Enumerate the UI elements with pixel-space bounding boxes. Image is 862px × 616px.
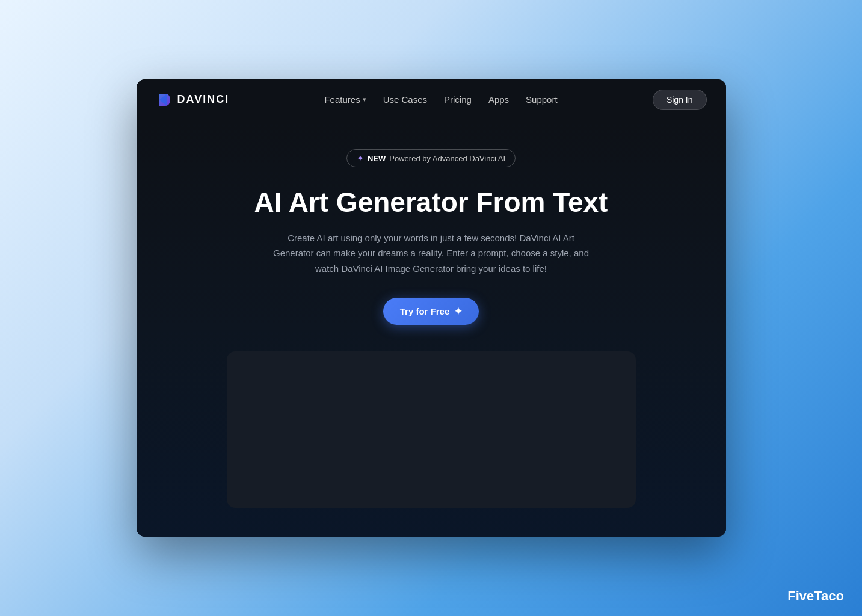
badge-new-label: NEW bbox=[368, 154, 386, 163]
nav-features[interactable]: Features ▾ bbox=[324, 94, 366, 105]
nav-links: Features ▾ Use Cases Pricing Apps Suppor… bbox=[324, 94, 557, 105]
logo-icon bbox=[156, 91, 173, 108]
logo-text: DAVINCI bbox=[177, 93, 230, 106]
chevron-down-icon: ▾ bbox=[363, 96, 366, 103]
logo-area[interactable]: DAVINCI bbox=[156, 91, 230, 108]
badge-description: Powered by Advanced DaVinci AI bbox=[389, 154, 505, 163]
cta-button[interactable]: Try for Free ✦ bbox=[383, 298, 479, 325]
nav-pricing[interactable]: Pricing bbox=[444, 94, 472, 105]
browser-window: DAVINCI Features ▾ Use Cases Pricing App… bbox=[137, 79, 726, 537]
nav-apps[interactable]: Apps bbox=[488, 94, 509, 105]
sparkle-icon: ✦ bbox=[357, 153, 364, 163]
hero-heading: AI Art Generator From Text bbox=[254, 186, 608, 218]
navbar: DAVINCI Features ▾ Use Cases Pricing App… bbox=[137, 79, 726, 120]
cta-sparkle-icon: ✦ bbox=[454, 306, 462, 317]
hero-subtext: Create AI art using only your words in j… bbox=[269, 230, 594, 277]
new-badge: ✦ NEW Powered by Advanced DaVinci AI bbox=[346, 149, 516, 167]
main-content: ✦ NEW Powered by Advanced DaVinci AI AI … bbox=[137, 120, 726, 537]
nav-support[interactable]: Support bbox=[526, 94, 558, 105]
cta-label: Try for Free bbox=[400, 306, 450, 316]
sign-in-button[interactable]: Sign In bbox=[653, 90, 707, 110]
nav-use-cases[interactable]: Use Cases bbox=[383, 94, 427, 105]
watermark: FiveTaco bbox=[787, 588, 844, 604]
demo-preview-box bbox=[227, 351, 636, 508]
